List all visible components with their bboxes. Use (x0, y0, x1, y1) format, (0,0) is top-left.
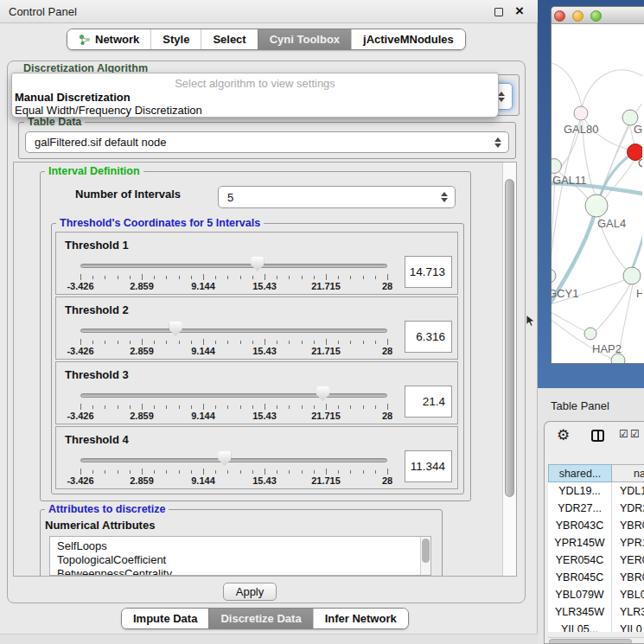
algorithm-option-1[interactable]: Manual Discretization (15, 91, 131, 104)
close-icon[interactable]: × (515, 2, 524, 21)
table-row[interactable]: YDR27...YDR2 (548, 500, 644, 517)
combo-spinner-icon (498, 92, 505, 102)
cell-name: YDR2 (612, 500, 644, 517)
network-node[interactable] (584, 328, 596, 340)
tick-mark (252, 276, 253, 279)
checkbox-icon[interactable]: ☑ (630, 428, 640, 440)
slider-track[interactable] (80, 458, 387, 462)
tick-mark (227, 470, 228, 474)
toolbox-tab-bar: NetworkStyleSelectCyni ToolboxjActiveMNo… (67, 29, 466, 50)
zoom-traffic-light-icon[interactable] (590, 10, 602, 22)
threshold-value-field[interactable]: 11.344 (405, 450, 452, 482)
minimize-traffic-light-icon[interactable] (572, 10, 583, 22)
tick-mark (375, 341, 376, 344)
slider-track[interactable] (80, 264, 387, 268)
settings-scrollbar[interactable] (502, 163, 516, 576)
network-node[interactable] (623, 267, 641, 284)
attributes-listbox[interactable]: SelfLoopsTopologicalCoefficientBetweenne… (49, 536, 431, 576)
apply-button[interactable]: Apply (223, 583, 277, 601)
tick-label: 21.715 (311, 475, 341, 486)
tab-infer-network[interactable]: Infer Network (313, 609, 408, 628)
table-row[interactable]: YBL079WYBL0 (548, 586, 644, 603)
tick-mark (118, 470, 118, 474)
slider-track[interactable] (80, 393, 387, 398)
cell-name: YBR0 (612, 569, 644, 586)
slider-handle[interactable] (316, 386, 329, 401)
close-traffic-light-icon[interactable] (554, 10, 565, 22)
tick-mark (80, 339, 81, 345)
threshold-value-field[interactable]: 14.713 (405, 256, 452, 288)
attribute-list-item[interactable]: BetweennessCentrality (50, 567, 430, 576)
network-window-titlebar (552, 7, 644, 24)
attribute-list-item[interactable]: TopologicalCoefficient (50, 553, 430, 567)
table-row[interactable]: YBR045CYBR0 (548, 569, 644, 586)
tick-mark (387, 404, 388, 410)
tab-impute-data[interactable]: Impute Data (122, 609, 208, 628)
cell-name: YBR0 (612, 517, 644, 534)
tick-mark (314, 276, 315, 279)
tick-label: 2.859 (130, 475, 154, 486)
tick-mark (142, 339, 143, 345)
table-row[interactable]: YIL05...YIL0 (548, 621, 644, 632)
network-node[interactable] (585, 194, 608, 217)
table-row[interactable]: YPR145WYPR1 (548, 534, 644, 552)
network-node[interactable] (552, 269, 556, 283)
tick-mark (80, 404, 81, 410)
checkbox-icon[interactable]: ☑ (619, 428, 628, 440)
column-header-name[interactable]: name (612, 464, 644, 482)
tab-discretize-data[interactable]: Discretize Data (208, 609, 312, 628)
tab-label: Impute Data (133, 612, 197, 625)
list-scrollbar[interactable] (420, 537, 430, 576)
threshold-value-field[interactable]: 6.316 (405, 321, 452, 353)
algorithm-dropdown-popup: Select algorithm to view settings Manual… (11, 73, 499, 118)
tick-mark (118, 276, 118, 279)
slider-handle[interactable] (218, 451, 231, 466)
tick-mark (191, 341, 192, 344)
slider-handle[interactable] (169, 322, 182, 336)
cell-shared-name: YPR145W (548, 534, 612, 552)
tab-style[interactable]: Style (150, 29, 201, 49)
threshold-value-field[interactable]: 21.4 (405, 386, 452, 418)
tab-cyni-toolbox[interactable]: Cyni Toolbox (258, 29, 351, 49)
node-label-gal11: GAL11 (552, 174, 587, 187)
tick-mark (252, 470, 253, 474)
tick-mark (179, 470, 180, 474)
table-data-group-title: Table Data (24, 116, 85, 128)
tab-jactivemnodules[interactable]: jActiveMNodules (351, 29, 465, 49)
tab-network[interactable]: Network (67, 29, 150, 49)
tick-mark (252, 405, 253, 409)
num-intervals-combobox[interactable]: 5 (218, 186, 456, 208)
tick-mark (130, 276, 131, 279)
table-row[interactable]: YBR043CYBR0 (548, 517, 644, 534)
table-row[interactable]: YDL19...YDL1 (548, 482, 644, 500)
tick-mark (289, 470, 290, 474)
float-window-icon[interactable] (494, 8, 503, 16)
algorithm-option-2[interactable]: Equal Width/Frequency Discretization (15, 104, 202, 117)
network-window-frame: GAL80GALCGAL11GAL4GCY1HHAP2 (538, 0, 644, 388)
network-node[interactable] (552, 159, 562, 174)
tick-mark (302, 276, 303, 279)
tick-mark (289, 405, 290, 409)
cyni-mode-tab-bar: Impute DataDiscretize DataInfer Network (121, 608, 409, 629)
control-panel: Control Panel × NetworkStyleSelectCyni T… (0, 0, 538, 644)
settings-gear-icon[interactable]: ⚙ (557, 426, 570, 444)
slider-handle[interactable] (251, 257, 264, 271)
network-edge (552, 120, 580, 270)
cell-name: YLR3 (612, 603, 644, 621)
attribute-list-item[interactable]: SelfLoops (50, 539, 430, 553)
column-selector-icon[interactable] (591, 430, 604, 442)
network-node[interactable] (574, 106, 588, 120)
slider-track[interactable] (80, 328, 387, 333)
tick-mark (302, 470, 303, 474)
cell-shared-name: YBL079W (548, 586, 612, 603)
table-row[interactable]: YLR345WYLR3 (548, 603, 644, 621)
table-row[interactable]: YER054CYER0 (548, 552, 644, 569)
control-panel-titlebar: Control Panel × (0, 0, 538, 23)
column-header-shared-name[interactable]: shared... (548, 464, 612, 482)
tick-mark (227, 341, 228, 344)
table-hscrollbar[interactable] (548, 637, 644, 644)
network-canvas[interactable]: GAL80GALCGAL11GAL4GCY1HHAP2 (552, 24, 644, 364)
table-data-combobox[interactable]: galFiltered.sif default node (25, 131, 509, 153)
tab-select[interactable]: Select (201, 29, 257, 49)
tick-mark (289, 341, 290, 344)
